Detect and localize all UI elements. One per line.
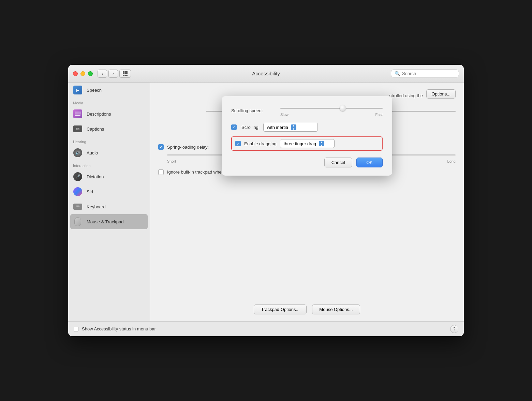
sidebar-section-hearing: Hearing (68, 136, 150, 145)
sidebar-section-media: Media (68, 98, 150, 106)
svg-rect-1 (124, 71, 126, 73)
dialog-dragging-option: three finger drag (284, 141, 316, 146)
dialog-scrolling-checkbox[interactable]: ✓ (231, 124, 237, 130)
footer-checkbox[interactable] (74, 327, 78, 331)
sidebar-label-siri: Siri (87, 189, 93, 194)
back-button[interactable]: ‹ (98, 70, 107, 78)
dialog-speed-track (280, 108, 383, 109)
dragging-select-arrows-icon: ▲ ▼ (319, 141, 324, 146)
sidebar-item-audio[interactable]: 🔊 Audio (68, 145, 150, 160)
sidebar-label-mouse-trackpad: Mouse & Trackpad (87, 219, 123, 224)
trackpad-options-dialog: Scrolling speed: Slow Fast (222, 96, 392, 176)
audio-icon: 🔊 (73, 148, 83, 158)
forward-button[interactable]: › (108, 70, 118, 78)
dialog-dragging-container: ✓ Enable dragging three finger drag ▲ ▼ (231, 136, 383, 151)
dialog-dragging-select[interactable]: three finger drag ▲ ▼ (280, 139, 335, 148)
content-area: ntrolled using the Options... (150, 83, 464, 321)
traffic-lights (73, 71, 93, 76)
dialog-speed-label: Scrolling speed: (231, 108, 276, 113)
main-body: Speech Media Descriptions CC (68, 83, 464, 321)
close-button[interactable] (73, 71, 78, 76)
svg-rect-2 (126, 71, 128, 73)
nav-buttons: ‹ › (98, 70, 118, 78)
select-arrows-icon: ▲ ▼ (291, 124, 296, 130)
titlebar: ‹ › Accessibility 🔍 (68, 65, 464, 83)
sidebar-item-captions[interactable]: CC Captions (68, 121, 150, 136)
dialog-scrolling-row: ✓ Scrolling with inertia ▲ ▼ (231, 123, 383, 132)
sidebar-label-descriptions: Descriptions (87, 112, 111, 117)
sidebar-item-dictation[interactable]: 🎤 Dictation (68, 169, 150, 184)
footer: Show Accessibility status in menu bar ? (68, 321, 464, 336)
ok-button[interactable]: OK (356, 158, 383, 167)
window-title: Accessibility (252, 71, 280, 76)
speech-icon (73, 85, 83, 95)
dialog-dragging-label: Enable dragging (244, 141, 277, 146)
sidebar-label-audio: Audio (87, 150, 98, 155)
sidebar-section-interaction: Interaction (68, 160, 150, 169)
mouse-trackpad-icon (73, 217, 83, 226)
dialog-scrolling-option: with inertia (267, 125, 288, 130)
svg-rect-5 (126, 73, 128, 74)
enable-dragging-row: ✓ Enable dragging three finger drag ▲ ▼ (231, 136, 383, 151)
sidebar-item-descriptions[interactable]: Descriptions (68, 106, 150, 121)
sidebar-item-speech[interactable]: Speech (68, 83, 150, 98)
descriptions-icon (73, 109, 83, 119)
sidebar-item-mouse-trackpad[interactable]: Mouse & Trackpad (70, 214, 148, 229)
siri-icon (73, 187, 83, 196)
sidebar-label-captions: Captions (87, 127, 104, 132)
maximize-button[interactable] (88, 71, 93, 76)
footer-label: Show Accessibility status in menu bar (82, 326, 156, 331)
search-input[interactable] (402, 71, 455, 76)
dictation-icon: 🎤 (73, 172, 83, 181)
dialog-slow-label: Slow (280, 113, 289, 117)
dialog-speed-slider-wrap: Slow Fast (280, 104, 383, 117)
accessibility-window: ‹ › Accessibility 🔍 (68, 65, 464, 336)
help-button[interactable]: ? (450, 325, 458, 333)
search-box[interactable]: 🔍 (391, 70, 459, 77)
dialog-scrolling-label: Scrolling (241, 125, 258, 130)
dialog-fast-label: Fast (375, 113, 383, 117)
svg-rect-3 (123, 73, 124, 74)
sidebar-item-keyboard[interactable]: ⌨ Keyboard (68, 199, 150, 214)
dialog-speed-thumb[interactable] (340, 105, 346, 111)
sidebar-label-speech: Speech (87, 88, 102, 93)
sidebar: Speech Media Descriptions CC (68, 83, 150, 321)
svg-rect-10 (75, 115, 80, 116)
dialog-speed-row: Scrolling speed: Slow Fast (231, 104, 383, 117)
dialog-dragging-checkbox[interactable]: ✓ (235, 141, 241, 146)
svg-rect-9 (75, 112, 81, 115)
dialog-overlay: Scrolling speed: Slow Fast (150, 83, 464, 321)
captions-icon: CC (73, 124, 83, 134)
svg-rect-8 (126, 75, 128, 76)
search-icon: 🔍 (395, 71, 400, 76)
svg-rect-0 (123, 71, 124, 73)
keyboard-icon: ⌨ (73, 202, 83, 211)
cancel-button[interactable]: Cancel (324, 158, 352, 167)
sidebar-label-dictation: Dictation (87, 174, 104, 179)
svg-rect-7 (124, 75, 126, 76)
svg-rect-6 (123, 75, 124, 76)
minimize-button[interactable] (80, 71, 85, 76)
dialog-buttons: Cancel OK (231, 158, 383, 167)
svg-rect-4 (124, 73, 126, 74)
dialog-scrolling-select[interactable]: with inertia ▲ ▼ (263, 123, 318, 132)
sidebar-label-keyboard: Keyboard (87, 204, 106, 209)
grid-button[interactable] (119, 70, 131, 78)
sidebar-item-siri[interactable]: Siri (68, 184, 150, 199)
